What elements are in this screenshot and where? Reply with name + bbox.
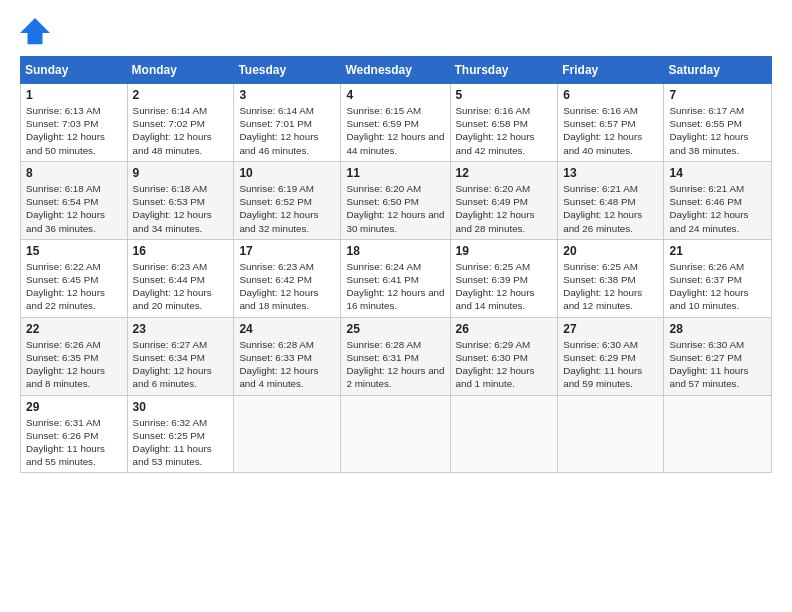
day-info: Sunrise: 6:25 AMSunset: 6:38 PMDaylight:… (563, 260, 658, 313)
day-number: 4 (346, 88, 444, 102)
day-info: Sunrise: 6:26 AMSunset: 6:37 PMDaylight:… (669, 260, 766, 313)
generalblue-icon (20, 16, 50, 46)
day-number: 14 (669, 166, 766, 180)
day-number: 16 (133, 244, 229, 258)
day-info: Sunrise: 6:21 AMSunset: 6:48 PMDaylight:… (563, 182, 658, 235)
calendar-week-row: 1Sunrise: 6:13 AMSunset: 7:03 PMDaylight… (21, 84, 772, 162)
weekday-header-saturday: Saturday (664, 57, 772, 84)
day-number: 30 (133, 400, 229, 414)
calendar-cell: 27Sunrise: 6:30 AMSunset: 6:29 PMDayligh… (558, 317, 664, 395)
day-info: Sunrise: 6:16 AMSunset: 6:58 PMDaylight:… (456, 104, 553, 157)
calendar-cell: 6Sunrise: 6:16 AMSunset: 6:57 PMDaylight… (558, 84, 664, 162)
day-number: 17 (239, 244, 335, 258)
calendar-cell: 5Sunrise: 6:16 AMSunset: 6:58 PMDaylight… (450, 84, 558, 162)
day-number: 25 (346, 322, 444, 336)
day-info: Sunrise: 6:14 AMSunset: 7:01 PMDaylight:… (239, 104, 335, 157)
weekday-header-monday: Monday (127, 57, 234, 84)
day-info: Sunrise: 6:14 AMSunset: 7:02 PMDaylight:… (133, 104, 229, 157)
calendar-cell: 1Sunrise: 6:13 AMSunset: 7:03 PMDaylight… (21, 84, 128, 162)
day-info: Sunrise: 6:28 AMSunset: 6:33 PMDaylight:… (239, 338, 335, 391)
logo (20, 16, 54, 46)
day-number: 24 (239, 322, 335, 336)
day-info: Sunrise: 6:23 AMSunset: 6:42 PMDaylight:… (239, 260, 335, 313)
calendar-cell: 4Sunrise: 6:15 AMSunset: 6:59 PMDaylight… (341, 84, 450, 162)
day-number: 7 (669, 88, 766, 102)
day-info: Sunrise: 6:32 AMSunset: 6:25 PMDaylight:… (133, 416, 229, 469)
calendar-cell: 7Sunrise: 6:17 AMSunset: 6:55 PMDaylight… (664, 84, 772, 162)
page: SundayMondayTuesdayWednesdayThursdayFrid… (0, 0, 792, 612)
calendar-cell (341, 395, 450, 473)
day-number: 10 (239, 166, 335, 180)
day-number: 28 (669, 322, 766, 336)
calendar-cell (558, 395, 664, 473)
header (20, 16, 772, 46)
day-info: Sunrise: 6:16 AMSunset: 6:57 PMDaylight:… (563, 104, 658, 157)
calendar-cell (664, 395, 772, 473)
day-number: 12 (456, 166, 553, 180)
calendar-cell: 17Sunrise: 6:23 AMSunset: 6:42 PMDayligh… (234, 239, 341, 317)
day-number: 6 (563, 88, 658, 102)
calendar-week-row: 22Sunrise: 6:26 AMSunset: 6:35 PMDayligh… (21, 317, 772, 395)
weekday-header-wednesday: Wednesday (341, 57, 450, 84)
day-number: 9 (133, 166, 229, 180)
calendar-cell: 14Sunrise: 6:21 AMSunset: 6:46 PMDayligh… (664, 161, 772, 239)
day-info: Sunrise: 6:13 AMSunset: 7:03 PMDaylight:… (26, 104, 122, 157)
day-number: 11 (346, 166, 444, 180)
day-info: Sunrise: 6:19 AMSunset: 6:52 PMDaylight:… (239, 182, 335, 235)
calendar-cell: 3Sunrise: 6:14 AMSunset: 7:01 PMDaylight… (234, 84, 341, 162)
calendar-cell: 9Sunrise: 6:18 AMSunset: 6:53 PMDaylight… (127, 161, 234, 239)
day-info: Sunrise: 6:20 AMSunset: 6:49 PMDaylight:… (456, 182, 553, 235)
day-info: Sunrise: 6:29 AMSunset: 6:30 PMDaylight:… (456, 338, 553, 391)
day-number: 2 (133, 88, 229, 102)
day-number: 15 (26, 244, 122, 258)
day-info: Sunrise: 6:30 AMSunset: 6:29 PMDaylight:… (563, 338, 658, 391)
calendar-week-row: 8Sunrise: 6:18 AMSunset: 6:54 PMDaylight… (21, 161, 772, 239)
svg-marker-0 (20, 18, 50, 44)
day-info: Sunrise: 6:21 AMSunset: 6:46 PMDaylight:… (669, 182, 766, 235)
calendar-cell: 25Sunrise: 6:28 AMSunset: 6:31 PMDayligh… (341, 317, 450, 395)
day-number: 21 (669, 244, 766, 258)
day-info: Sunrise: 6:20 AMSunset: 6:50 PMDaylight:… (346, 182, 444, 235)
weekday-header-row: SundayMondayTuesdayWednesdayThursdayFrid… (21, 57, 772, 84)
day-info: Sunrise: 6:18 AMSunset: 6:53 PMDaylight:… (133, 182, 229, 235)
day-number: 29 (26, 400, 122, 414)
calendar-cell: 29Sunrise: 6:31 AMSunset: 6:26 PMDayligh… (21, 395, 128, 473)
calendar-cell: 20Sunrise: 6:25 AMSunset: 6:38 PMDayligh… (558, 239, 664, 317)
day-number: 20 (563, 244, 658, 258)
day-info: Sunrise: 6:24 AMSunset: 6:41 PMDaylight:… (346, 260, 444, 313)
day-number: 18 (346, 244, 444, 258)
calendar-cell: 2Sunrise: 6:14 AMSunset: 7:02 PMDaylight… (127, 84, 234, 162)
day-info: Sunrise: 6:22 AMSunset: 6:45 PMDaylight:… (26, 260, 122, 313)
calendar-cell: 16Sunrise: 6:23 AMSunset: 6:44 PMDayligh… (127, 239, 234, 317)
calendar-cell: 18Sunrise: 6:24 AMSunset: 6:41 PMDayligh… (341, 239, 450, 317)
day-number: 23 (133, 322, 229, 336)
day-number: 1 (26, 88, 122, 102)
calendar-week-row: 29Sunrise: 6:31 AMSunset: 6:26 PMDayligh… (21, 395, 772, 473)
calendar-cell: 12Sunrise: 6:20 AMSunset: 6:49 PMDayligh… (450, 161, 558, 239)
weekday-header-tuesday: Tuesday (234, 57, 341, 84)
calendar-cell: 22Sunrise: 6:26 AMSunset: 6:35 PMDayligh… (21, 317, 128, 395)
calendar-cell: 23Sunrise: 6:27 AMSunset: 6:34 PMDayligh… (127, 317, 234, 395)
day-number: 27 (563, 322, 658, 336)
calendar-cell: 24Sunrise: 6:28 AMSunset: 6:33 PMDayligh… (234, 317, 341, 395)
day-info: Sunrise: 6:28 AMSunset: 6:31 PMDaylight:… (346, 338, 444, 391)
day-number: 22 (26, 322, 122, 336)
calendar-cell: 26Sunrise: 6:29 AMSunset: 6:30 PMDayligh… (450, 317, 558, 395)
calendar-cell: 8Sunrise: 6:18 AMSunset: 6:54 PMDaylight… (21, 161, 128, 239)
calendar-cell: 10Sunrise: 6:19 AMSunset: 6:52 PMDayligh… (234, 161, 341, 239)
calendar-cell: 15Sunrise: 6:22 AMSunset: 6:45 PMDayligh… (21, 239, 128, 317)
day-number: 3 (239, 88, 335, 102)
day-info: Sunrise: 6:23 AMSunset: 6:44 PMDaylight:… (133, 260, 229, 313)
day-number: 8 (26, 166, 122, 180)
calendar-table: SundayMondayTuesdayWednesdayThursdayFrid… (20, 56, 772, 473)
calendar-cell (234, 395, 341, 473)
calendar-week-row: 15Sunrise: 6:22 AMSunset: 6:45 PMDayligh… (21, 239, 772, 317)
day-number: 13 (563, 166, 658, 180)
day-info: Sunrise: 6:31 AMSunset: 6:26 PMDaylight:… (26, 416, 122, 469)
day-info: Sunrise: 6:25 AMSunset: 6:39 PMDaylight:… (456, 260, 553, 313)
calendar-cell: 11Sunrise: 6:20 AMSunset: 6:50 PMDayligh… (341, 161, 450, 239)
day-number: 19 (456, 244, 553, 258)
calendar-cell: 28Sunrise: 6:30 AMSunset: 6:27 PMDayligh… (664, 317, 772, 395)
day-number: 26 (456, 322, 553, 336)
day-info: Sunrise: 6:18 AMSunset: 6:54 PMDaylight:… (26, 182, 122, 235)
